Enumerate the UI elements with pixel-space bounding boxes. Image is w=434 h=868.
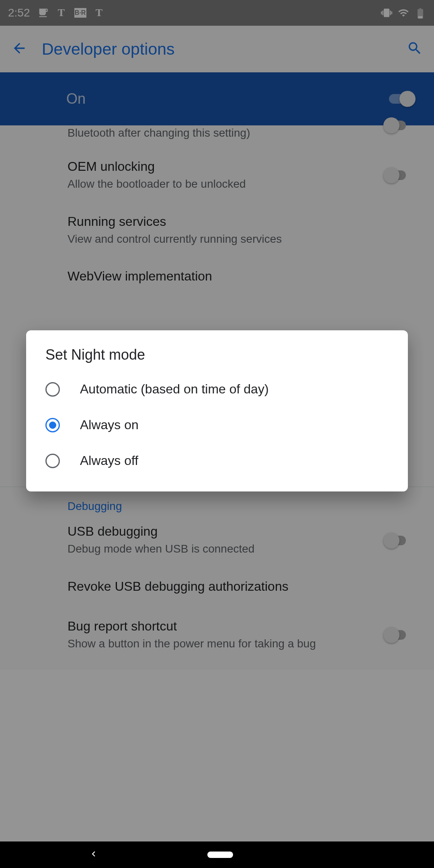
nav-home-pill[interactable] [207, 852, 233, 858]
radio-icon[interactable] [45, 382, 60, 397]
radio-icon[interactable] [45, 418, 60, 432]
night-mode-dialog: Set Night mode Automatic (based on time … [26, 330, 408, 491]
dialog-option-label: Automatic (based on time of day) [80, 382, 269, 397]
dialog-option-automatic[interactable]: Automatic (based on time of day) [26, 371, 408, 407]
dialog-option-always-on[interactable]: Always on [26, 407, 408, 443]
radio-icon[interactable] [45, 454, 60, 468]
dialog-title: Set Night mode [26, 346, 408, 371]
dialog-option-label: Always off [80, 453, 138, 468]
dialog-option-label: Always on [80, 418, 139, 432]
nav-back-icon[interactable] [88, 849, 99, 861]
dialog-option-always-off[interactable]: Always off [26, 443, 408, 479]
navigation-bar [0, 841, 434, 868]
